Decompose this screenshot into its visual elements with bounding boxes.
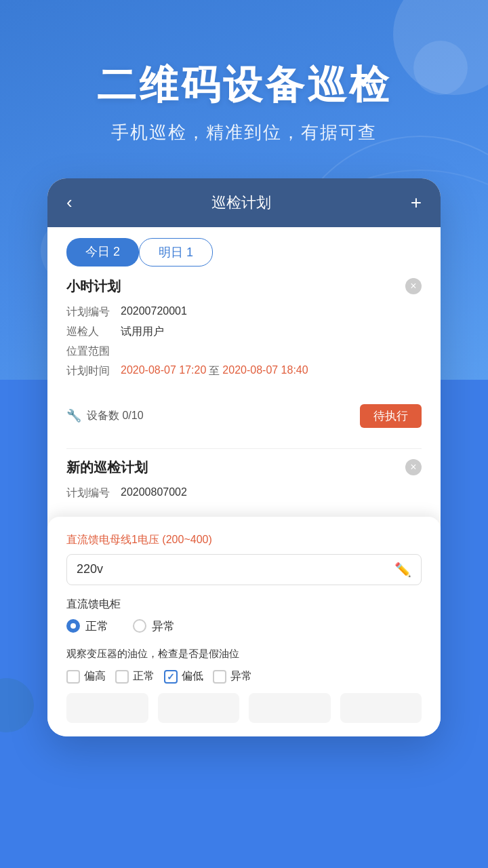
section2-header: 新的巡检计划 × — [66, 458, 422, 477]
checkbox-low[interactable]: 偏低 — [164, 669, 203, 684]
phone-card: ‹ 巡检计划 + 今日 2 明日 1 小时计划 × 计划编号 202007200… — [47, 178, 441, 737]
tabs-row: 今日 2 明日 1 — [47, 227, 441, 277]
checkbox-group: 偏高 正常 偏低 异常 — [66, 669, 422, 684]
section1-inspector-row: 巡检人 试用用户 — [66, 325, 422, 339]
time-label: 计划时间 — [66, 364, 121, 378]
section1-location-row: 位置范围 — [66, 344, 422, 359]
wrench-icon: 🔧 — [66, 408, 81, 423]
checkbox-low-box[interactable] — [164, 670, 178, 684]
partial-item-4 — [340, 693, 422, 723]
phone-card-wrapper: ‹ 巡检计划 + 今日 2 明日 1 小时计划 × 计划编号 202007200… — [47, 178, 441, 737]
field1-value: 220v — [77, 562, 394, 576]
field1-range: (200~400) — [162, 534, 211, 545]
status-badge: 待执行 — [360, 404, 422, 428]
card-header: ‹ 巡检计划 + — [47, 178, 441, 227]
section2-title: 新的巡检计划 — [66, 458, 148, 477]
back-button[interactable]: ‹ — [66, 192, 73, 213]
radio-abnormal-label: 异常 — [152, 618, 175, 634]
radio-normal-label: 正常 — [85, 618, 108, 634]
radio-abnormal[interactable]: 异常 — [133, 618, 175, 634]
bottom-panel: 直流馈电母线1电压 (200~400) 220v ✏️ 直流馈电柜 正常 异常 — [47, 517, 441, 737]
inspector-label: 巡检人 — [66, 325, 121, 339]
add-button[interactable]: + — [411, 192, 422, 214]
section2-plan-number-label: 计划编号 — [66, 486, 121, 500]
section2-plan-number-row: 计划编号 20200807002 — [66, 486, 422, 500]
section-new-plan: 新的巡检计划 × 计划编号 20200807002 — [47, 458, 441, 517]
hero-section: 二维码设备巡检 手机巡检，精准到位，有据可查 — [0, 0, 488, 144]
hero-title: 二维码设备巡检 — [0, 61, 488, 108]
radio-normal[interactable]: 正常 — [66, 618, 108, 634]
divider-1 — [66, 448, 422, 449]
field3-label: 观察变压器的油位，检查是否是假油位 — [66, 646, 422, 662]
field1-label: 直流馈电母线1电压 (200~400) — [66, 533, 422, 547]
section2-close-button[interactable]: × — [405, 459, 422, 475]
section-hourly-plan: 小时计划 × 计划编号 20200720001 巡检人 试用用户 位置范围 计划… — [47, 277, 441, 397]
checkbox-high[interactable]: 偏高 — [66, 669, 106, 684]
device-count-row: 🔧 设备数 0/10 待执行 — [47, 397, 441, 439]
edit-icon[interactable]: ✏️ — [394, 561, 411, 578]
time-end: 2020-08-07 18:40 — [222, 364, 308, 378]
checkbox-normal[interactable]: 正常 — [115, 669, 155, 684]
partial-item-2 — [158, 693, 240, 723]
plan-number-value: 20200720001 — [121, 305, 187, 319]
plan-number-label: 计划编号 — [66, 305, 121, 319]
hero-subtitle: 手机巡检，精准到位，有据可查 — [0, 121, 488, 144]
checkbox-low-label: 偏低 — [182, 669, 203, 684]
section1-close-button[interactable]: × — [405, 278, 422, 294]
checkbox-abnormal-box[interactable] — [213, 670, 226, 684]
radio-group: 正常 异常 — [66, 618, 422, 634]
card-title: 巡检计划 — [211, 193, 271, 213]
checkbox-high-label: 偏高 — [84, 669, 106, 684]
time-sep: 至 — [209, 364, 220, 378]
location-label: 位置范围 — [66, 344, 121, 359]
partial-row — [66, 693, 422, 723]
inspector-value: 试用用户 — [121, 325, 164, 339]
device-info: 🔧 设备数 0/10 — [66, 408, 144, 423]
section1-title: 小时计划 — [66, 277, 121, 296]
device-count-text: 设备数 0/10 — [87, 409, 144, 423]
checkbox-normal-box[interactable] — [115, 670, 129, 684]
time-start: 2020-08-07 17:20 — [121, 364, 206, 378]
checkbox-high-box[interactable] — [66, 670, 80, 684]
checkbox-normal-label: 正常 — [133, 669, 155, 684]
section1-header: 小时计划 × — [66, 277, 422, 296]
section1-plan-number-row: 计划编号 20200720001 — [66, 305, 422, 319]
tab-tomorrow[interactable]: 明日 1 — [139, 238, 213, 267]
radio-normal-circle[interactable] — [66, 619, 80, 633]
left-blob-decoration — [0, 678, 34, 732]
field1-input[interactable]: 220v ✏️ — [66, 554, 422, 585]
section2-plan-number-value: 20200807002 — [121, 486, 187, 500]
tab-today[interactable]: 今日 2 — [66, 238, 139, 267]
radio-abnormal-circle[interactable] — [133, 619, 146, 633]
section1-time-row: 计划时间 2020-08-07 17:20 至 2020-08-07 18:40 — [66, 364, 422, 378]
checkbox-abnormal[interactable]: 异常 — [213, 669, 252, 684]
partial-item-3 — [249, 693, 331, 723]
partial-item-1 — [66, 693, 148, 723]
field2-label: 直流馈电柜 — [66, 597, 422, 612]
checkbox-abnormal-label: 异常 — [230, 669, 252, 684]
